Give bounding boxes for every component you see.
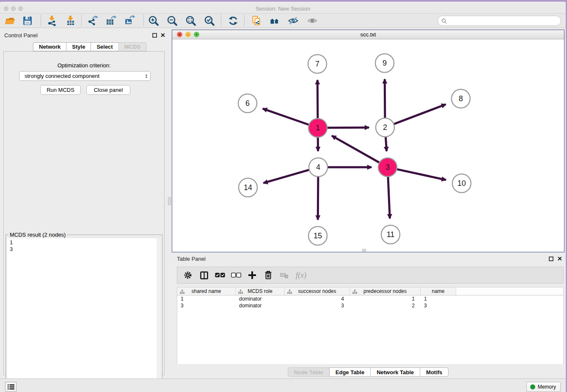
- graph-node-label: 15: [314, 232, 322, 240]
- graph-edge-4-15[interactable]: [318, 177, 318, 220]
- mcds-result-text[interactable]: 1 3: [7, 238, 157, 392]
- zoom-fit-icon[interactable]: [185, 15, 197, 27]
- application-window: Session: New Session: [0, 0, 566, 392]
- zoom-out-icon[interactable]: [166, 15, 178, 27]
- splitter-grip[interactable]: [168, 197, 171, 205]
- table-cell[interactable]: dominator: [236, 295, 285, 302]
- toolbar-separator: [81, 15, 82, 26]
- close-panel-button[interactable]: Close panel: [86, 85, 130, 95]
- save-session-icon[interactable]: [22, 15, 33, 27]
- memory-button[interactable]: Memory: [526, 382, 561, 392]
- graph-node-label: 1: [316, 124, 320, 132]
- export-table-icon[interactable]: [105, 15, 117, 27]
- main-toolbar: [0, 14, 566, 28]
- task-history-button[interactable]: [5, 382, 17, 392]
- show-columns-icon[interactable]: [198, 270, 209, 281]
- table-panel: Table Panel ✕ f(x): [172, 252, 564, 378]
- graph-edge-2-9[interactable]: [385, 79, 385, 118]
- horizontal-splitter-grip[interactable]: [362, 249, 366, 251]
- zoom-in-icon[interactable]: [148, 15, 160, 27]
- table-row[interactable]: 3dominator323: [177, 302, 563, 309]
- graph-edge-2-8[interactable]: [394, 104, 446, 124]
- import-table-icon[interactable]: [65, 15, 77, 27]
- open-session-icon[interactable]: [4, 15, 16, 27]
- export-image-icon[interactable]: [124, 15, 135, 27]
- show-all-icon[interactable]: [306, 15, 318, 27]
- float-table-panel-icon[interactable]: [549, 257, 553, 261]
- column-header-shared-name[interactable]: shared name: [177, 287, 236, 295]
- graph-edge-3-10[interactable]: [396, 169, 446, 180]
- graph-node-label: 14: [244, 183, 252, 192]
- graph-edge-1-7[interactable]: [317, 80, 318, 119]
- window-title: Session: New Session: [0, 6, 566, 12]
- column-header-MCDS-role[interactable]: MCDS role: [236, 287, 285, 295]
- graph-node-label: 4: [316, 163, 320, 171]
- toolbar-separator: [41, 15, 41, 26]
- tab-motifs[interactable]: Motifs: [420, 367, 449, 377]
- network-view-window[interactable]: ✕ − + scc.txt 7968124314101511: [172, 30, 564, 252]
- new-network-from-selection-icon[interactable]: [250, 15, 262, 27]
- table-row[interactable]: 1dominator411: [177, 295, 563, 302]
- run-mcds-button[interactable]: Run MCDS: [40, 85, 81, 95]
- refresh-icon[interactable]: [227, 15, 239, 27]
- close-table-panel-icon[interactable]: ✕: [557, 257, 562, 261]
- network-canvas-svg[interactable]: 7968124314101511: [172, 39, 564, 252]
- graph-node-label: 11: [387, 230, 395, 239]
- graph-node-label: 2: [383, 123, 387, 132]
- memory-status-icon: [530, 384, 535, 389]
- function-builder-icon[interactable]: f(x): [296, 271, 306, 280]
- table-toolbar: f(x): [177, 267, 564, 284]
- table-cell[interactable]: 3: [177, 302, 236, 309]
- graph-edge-3-1[interactable]: [332, 136, 380, 163]
- control-panel-tabs: Network Style Select MCDS: [33, 42, 146, 51]
- search-input[interactable]: [450, 17, 557, 25]
- result-scrollbar[interactable]: [157, 238, 161, 392]
- table-cell[interactable]: 1: [177, 295, 236, 302]
- graph-edge-2-3[interactable]: [385, 137, 386, 151]
- table-cell[interactable]: 3: [285, 302, 350, 309]
- graph-edge-4-14[interactable]: [264, 170, 309, 183]
- table-cell[interactable]: 2: [350, 302, 421, 309]
- tab-style[interactable]: Style: [66, 42, 91, 51]
- graph-node-label: 7: [315, 60, 319, 68]
- criterion-dropdown[interactable]: strongly connected component ▲▼: [19, 71, 151, 81]
- first-neighbors-icon[interactable]: [269, 15, 281, 27]
- table-cell[interactable]: 3: [421, 302, 456, 309]
- delete-table-icon[interactable]: [279, 270, 290, 281]
- float-panel-icon[interactable]: [152, 33, 157, 38]
- tab-network[interactable]: Network: [33, 42, 66, 51]
- table-cell[interactable]: 4: [285, 295, 350, 302]
- tab-select[interactable]: Select: [91, 42, 118, 51]
- hide-selected-icon[interactable]: [287, 15, 299, 27]
- graph-node-label: 8: [459, 94, 463, 103]
- search-field[interactable]: [438, 16, 561, 26]
- network-window-titlebar[interactable]: ✕ − + scc.txt: [172, 30, 564, 39]
- close-panel-icon[interactable]: ✕: [160, 33, 165, 38]
- export-network-icon[interactable]: [87, 15, 99, 27]
- delete-row-icon[interactable]: [263, 270, 274, 281]
- window-titlebar[interactable]: Session: New Session: [0, 3, 566, 14]
- criterion-value: strongly connected component: [19, 73, 143, 79]
- tab-network-table[interactable]: Network Table: [370, 367, 420, 377]
- table-cell[interactable]: dominator: [236, 302, 285, 309]
- select-all-icon[interactable]: [215, 270, 226, 281]
- column-header-successor-nodes[interactable]: successor nodes: [285, 287, 350, 295]
- column-header-predecessor-nodes[interactable]: predecessor nodes: [350, 287, 421, 295]
- vertical-splitter[interactable]: [168, 28, 172, 378]
- list-icon: [8, 384, 14, 390]
- tab-node-table[interactable]: Node Table: [288, 367, 329, 377]
- graph-edge-1-6[interactable]: [263, 109, 309, 125]
- graph-edge-1-2[interactable]: [327, 127, 369, 128]
- add-row-icon[interactable]: [247, 270, 258, 281]
- tab-edge-table[interactable]: Edge Table: [329, 367, 370, 377]
- graph-edge-3-11[interactable]: [388, 177, 390, 218]
- zoom-selected-icon[interactable]: [204, 15, 215, 27]
- deselect-all-icon[interactable]: [231, 270, 242, 281]
- toolbar-separator: [244, 15, 245, 26]
- table-cell[interactable]: 1: [421, 295, 456, 302]
- import-network-icon[interactable]: [46, 15, 58, 27]
- column-settings-gear-icon[interactable]: [182, 270, 193, 281]
- column-header-name[interactable]: name: [421, 287, 456, 295]
- tab-mcds[interactable]: MCDS: [118, 42, 146, 51]
- table-cell[interactable]: 1: [350, 295, 421, 302]
